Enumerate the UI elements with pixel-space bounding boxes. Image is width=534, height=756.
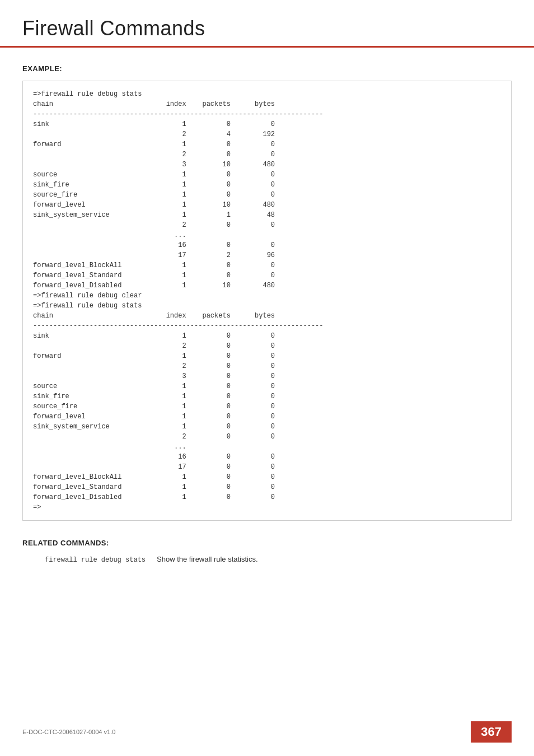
related-table: firewall rule debug stats Show the firew… — [22, 555, 512, 564]
example-label: EXAMPLE: — [22, 64, 512, 73]
page-header: Firewall Commands — [0, 0, 534, 48]
related-label: RELATED COMMANDS: — [22, 539, 512, 547]
page-content: EXAMPLE: =>firewall rule debug stats cha… — [0, 48, 534, 584]
footer-page: 367 — [471, 721, 512, 743]
page-title: Firewall Commands — [22, 17, 512, 40]
list-item: firewall rule debug stats Show the firew… — [45, 555, 512, 564]
page-footer: E-DOC-CTC-20061027-0004 v1.0 367 — [0, 721, 534, 743]
related-cmd: firewall rule debug stats — [45, 556, 157, 564]
related-commands-section: RELATED COMMANDS: firewall rule debug st… — [22, 539, 512, 564]
example-code: =>firewall rule debug stats chain index … — [22, 81, 512, 521]
related-desc: Show the firewall rule statistics. — [157, 555, 258, 563]
footer-doc: E-DOC-CTC-20061027-0004 v1.0 — [22, 729, 115, 735]
